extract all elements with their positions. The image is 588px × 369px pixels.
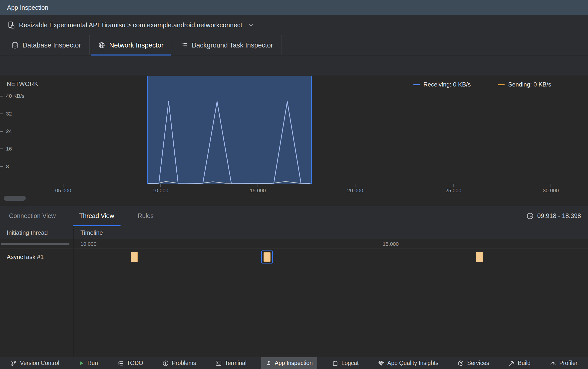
toolwindow-label: Logcat <box>341 360 359 366</box>
y-axis-tick: 32 <box>0 110 12 117</box>
app-inspection-icon <box>266 360 272 366</box>
toolwindow-label: Terminal <box>225 360 247 366</box>
tool-window-title: App Inspection <box>7 4 48 11</box>
x-tickmark-icon <box>258 184 258 187</box>
toolwindow-app-quality-insights[interactable]: App Quality Insights <box>373 357 443 369</box>
x-tickmark-icon <box>63 184 63 187</box>
process-selector[interactable]: Resizable Experimental API Tiramisu > co… <box>0 15 588 35</box>
toolwindow-services[interactable]: Services <box>453 357 494 369</box>
tab-label: Rules <box>138 212 154 220</box>
app-quality-insights-icon <box>378 360 384 366</box>
toolwindow-label: Version Control <box>20 360 59 366</box>
y-axis-label: 8 <box>6 164 9 170</box>
toolwindow-problems[interactable]: Problems <box>158 357 201 369</box>
timeline-selection-region[interactable] <box>147 76 312 184</box>
tab-label: Thread View <box>79 212 114 220</box>
network-detail-panel: Connection View Thread View Rules 09.918… <box>0 205 588 357</box>
toolwindow-app-inspection[interactable]: App Inspection <box>261 357 317 369</box>
x-tickmark-icon <box>551 184 551 187</box>
tab-label: Database Inspector <box>22 42 81 49</box>
x-axis-label: 20.000 <box>338 188 373 194</box>
y-axis-tick: 16 <box>0 145 12 152</box>
build-icon <box>508 360 515 366</box>
tab-database-inspector[interactable]: Database Inspector <box>3 35 90 55</box>
y-tickmark-icon <box>0 131 3 132</box>
inspector-tab-bar: Database Inspector Network Inspector Bac… <box>0 35 588 56</box>
services-icon <box>458 360 464 366</box>
legend-sending: Sending: 0 KB/s <box>498 81 551 88</box>
logcat-icon <box>332 360 338 366</box>
detail-tab-bar: Connection View Thread View Rules 09.918… <box>0 206 588 226</box>
tab-background-task-inspector[interactable]: Background Task Inspector <box>172 35 282 55</box>
selected-time-range: 09.918 - 18.398 <box>526 206 581 226</box>
x-axis-label: 05.000 <box>46 188 81 194</box>
ruler-tick-label: 10.000 <box>80 241 96 247</box>
thread-column-scrollbar[interactable] <box>1 243 69 245</box>
x-axis-label: 25.000 <box>436 188 471 194</box>
y-axis-label: 16 <box>6 146 12 152</box>
network-timeline-chart: NETWORK Receiving: 0 KB/s Sending: 0 KB/… <box>0 76 588 205</box>
y-tickmark-icon <box>0 166 3 167</box>
network-event-block-selected[interactable] <box>261 250 273 264</box>
tab-label: Connection View <box>9 212 56 220</box>
timeline-ruler: 10.000 15.000 <box>0 239 588 249</box>
run-icon <box>78 360 84 366</box>
receiving-swatch-icon <box>413 84 420 85</box>
tab-rules[interactable]: Rules <box>131 206 160 226</box>
toolwindow-profiler[interactable]: Profiler <box>545 357 582 369</box>
chevron-down-icon <box>248 22 254 28</box>
thread-row-label: AsyncTask #1 <box>7 254 44 260</box>
chart-horizontal-scrollbar[interactable] <box>4 196 26 201</box>
toolwindow-label: Problems <box>172 360 196 366</box>
sending-swatch-icon <box>498 84 505 85</box>
toolwindow-label: App Quality Insights <box>387 360 439 366</box>
network-event-block[interactable] <box>476 252 483 262</box>
y-axis-tick: 8 <box>0 163 9 170</box>
y-axis-label: 40 KB/s <box>6 93 24 99</box>
legend-label: Sending: 0 KB/s <box>508 81 551 88</box>
column-header-initiating-thread: Initiating thread <box>7 226 48 239</box>
network-event-block[interactable] <box>131 252 138 262</box>
toolwindow-terminal[interactable]: Terminal <box>211 357 251 369</box>
tab-connection-view[interactable]: Connection View <box>2 206 62 226</box>
device-icon <box>7 21 15 29</box>
database-icon <box>11 42 18 49</box>
toolwindow-logcat[interactable]: Logcat <box>327 357 363 369</box>
x-tickmark-icon <box>160 184 161 187</box>
ruler-tick-label: 15.000 <box>383 241 399 247</box>
tab-network-inspector[interactable]: Network Inspector <box>90 35 172 55</box>
globe-icon <box>98 42 105 49</box>
y-axis-label: 24 <box>6 128 12 134</box>
y-axis-tick: 24 <box>0 128 12 135</box>
timeline-gridline <box>380 239 380 358</box>
tab-thread-view[interactable]: Thread View <box>73 206 121 226</box>
x-axis-line <box>0 184 588 184</box>
tool-window-header: App Inspection <box>0 0 588 15</box>
thread-table-header: Initiating thread Timeline <box>0 226 588 239</box>
inspector-toolbar <box>0 56 588 76</box>
toolwindow-label: TODO <box>127 360 143 366</box>
network-event-block-inner <box>264 252 271 262</box>
toolwindow-label: App Inspection <box>275 360 313 366</box>
profiler-icon <box>550 360 556 366</box>
todo-icon <box>117 360 124 366</box>
toolwindow-run[interactable]: Run <box>74 357 102 369</box>
x-axis-label: 10.000 <box>143 188 178 194</box>
legend-receiving: Receiving: 0 KB/s <box>413 81 471 88</box>
y-tickmark-icon <box>0 96 3 96</box>
x-axis-label: 15.000 <box>240 188 275 194</box>
tool-window-bar: Version Control Run TODO Problems Termin… <box>0 357 588 369</box>
x-axis-label: 30.000 <box>533 188 568 194</box>
toolwindow-label: Run <box>87 360 98 366</box>
toolwindow-build[interactable]: Build <box>504 357 535 369</box>
y-axis-tick: 40 KB/s <box>0 92 24 100</box>
toolwindow-version-control[interactable]: Version Control <box>6 357 64 369</box>
column-header-timeline: Timeline <box>80 226 103 239</box>
y-tickmark-icon <box>0 148 3 149</box>
toolwindow-todo[interactable]: TODO <box>113 357 148 369</box>
process-selector-label: Resizable Experimental API Tiramisu > co… <box>19 21 242 29</box>
toolwindow-label: Profiler <box>559 360 578 366</box>
toolwindow-label: Services <box>467 360 489 366</box>
x-tickmark-icon <box>453 184 454 187</box>
column-divider[interactable] <box>73 226 74 358</box>
